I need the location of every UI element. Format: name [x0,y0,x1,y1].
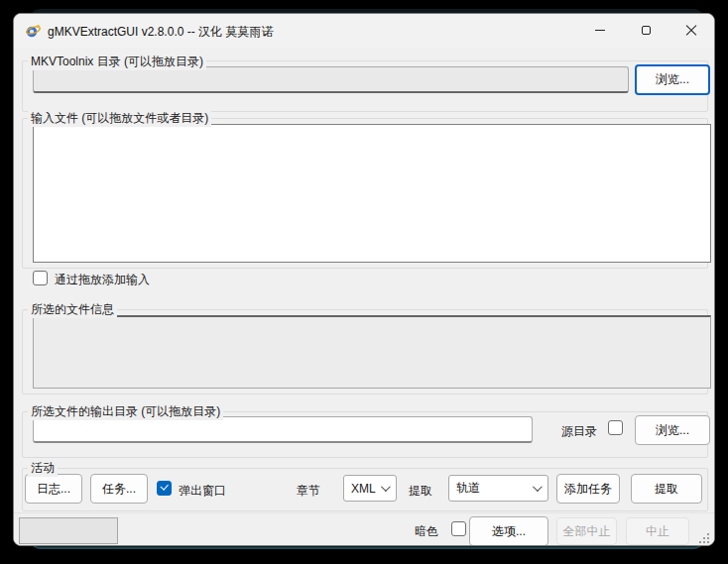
abort-all-button[interactable]: 全部中止 [556,517,617,545]
chevron-down-icon [381,482,391,492]
output-dir-browse-button[interactable]: 浏览... [635,415,710,445]
log-button[interactable]: 日志... [25,474,82,504]
actions-group-label: 活动 [28,460,58,477]
abort-button[interactable]: 中止 [626,517,689,545]
screen: gMKVExtractGUI v2.8.0.0 -- 汉化 莫莫雨诺 MKVTo… [0,0,728,564]
output-dir-input[interactable] [33,416,533,443]
mkvtoolnix-group-label: MKVToolnix 目录 (可以拖放目录) [28,54,206,70]
close-button[interactable] [668,14,714,47]
dark-mode-label: 暗色 [415,523,438,540]
file-info-group-label: 所选的文件信息 [28,301,117,318]
input-files-listbox[interactable] [33,124,711,263]
chapter-format-select[interactable]: XML [343,475,397,502]
window-title: gMKVExtractGUI v2.8.0.0 -- 汉化 莫莫雨诺 [48,24,273,41]
maximize-button[interactable] [623,14,668,47]
extract-mode-value: 轨道 [456,480,480,497]
mkvtoolnix-browse-button[interactable]: 浏览... [635,64,710,95]
close-icon [685,25,697,37]
add-job-button[interactable]: 添加任务 [556,474,620,504]
extract-mode-select[interactable]: 轨道 [448,475,548,502]
add-by-dragdrop-label: 通过拖放添加输入 [55,272,150,288]
options-button[interactable]: 选项... [469,516,548,546]
file-info-textarea[interactable] [33,315,711,389]
chapter-label: 章节 [297,483,320,500]
output-dir-group-label: 所选文件的输出目录 (可以拖放目录) [28,403,223,420]
progress-bar [19,517,118,544]
status-bar: 暗色 选项... 全部中止 中止 [14,512,714,546]
extract-mode-label: 提取 [409,483,432,500]
check-icon [160,482,168,490]
input-files-group-label: 输入文件 (可以拖放文件或者目录) [28,110,211,127]
popup-window-checkbox[interactable] [157,481,172,496]
dark-mode-checkbox[interactable] [451,521,466,536]
app-icon [25,23,41,39]
jobs-button[interactable]: 任务... [90,474,148,504]
minimize-button[interactable] [577,14,623,47]
add-by-dragdrop-checkbox[interactable] [33,271,48,285]
minimize-icon [595,30,605,31]
extract-button[interactable]: 提取 [631,474,702,504]
window-controls [577,14,714,47]
app-window: gMKVExtractGUI v2.8.0.0 -- 汉化 莫莫雨诺 MKVTo… [13,13,715,546]
mkvtoolnix-path-input[interactable] [33,66,629,93]
source-dir-label: 源目录 [561,423,597,440]
source-dir-checkbox[interactable] [608,420,623,435]
maximize-icon [642,26,651,35]
chevron-down-icon [533,482,543,492]
resize-grip-icon[interactable] [699,533,709,543]
chapter-format-value: XML [351,482,376,496]
popup-window-label: 弹出窗口 [179,483,226,500]
titlebar[interactable]: gMKVExtractGUI v2.8.0.0 -- 汉化 莫莫雨诺 [14,14,714,48]
